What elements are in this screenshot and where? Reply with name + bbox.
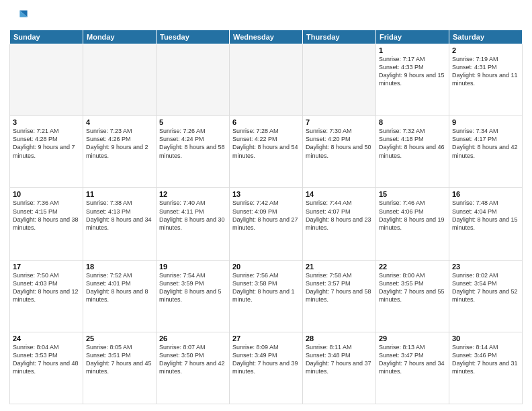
table-row <box>10 44 83 116</box>
weekday-header-row: Sunday Monday Tuesday Wednesday Thursday… <box>10 30 523 44</box>
table-row: 30Sunrise: 8:14 AMSunset: 3:46 PMDayligh… <box>449 332 523 404</box>
day-number: 28 <box>306 334 373 342</box>
day-info: Sunrise: 7:19 AMSunset: 4:31 PMDaylight:… <box>452 55 519 88</box>
header-sunday: Sunday <box>10 30 83 44</box>
table-row: 5Sunrise: 7:26 AMSunset: 4:24 PMDaylight… <box>157 116 230 188</box>
table-row: 9Sunrise: 7:34 AMSunset: 4:17 PMDaylight… <box>449 116 523 188</box>
table-row: 25Sunrise: 8:05 AMSunset: 3:51 PMDayligh… <box>83 332 157 404</box>
table-row: 27Sunrise: 8:09 AMSunset: 3:49 PMDayligh… <box>230 332 303 404</box>
day-number: 9 <box>452 118 519 126</box>
day-number: 17 <box>13 263 80 271</box>
header-friday: Friday <box>376 30 449 44</box>
day-number: 11 <box>86 190 153 198</box>
header-saturday: Saturday <box>449 30 523 44</box>
day-info: Sunrise: 7:40 AMSunset: 4:11 PMDaylight:… <box>159 199 226 232</box>
table-row: 16Sunrise: 7:48 AMSunset: 4:04 PMDayligh… <box>449 188 523 260</box>
day-info: Sunrise: 7:38 AMSunset: 4:13 PMDaylight:… <box>86 199 153 232</box>
day-info: Sunrise: 8:11 AMSunset: 3:48 PMDaylight:… <box>306 343 373 376</box>
day-number: 26 <box>159 334 226 342</box>
day-info: Sunrise: 7:34 AMSunset: 4:17 PMDaylight:… <box>452 127 519 160</box>
day-number: 8 <box>379 118 446 126</box>
table-row: 21Sunrise: 7:58 AMSunset: 3:57 PMDayligh… <box>303 260 376 332</box>
day-info: Sunrise: 7:56 AMSunset: 3:58 PMDaylight:… <box>232 271 300 304</box>
table-row: 11Sunrise: 7:38 AMSunset: 4:13 PMDayligh… <box>83 188 157 260</box>
table-row: 1Sunrise: 7:17 AMSunset: 4:33 PMDaylight… <box>376 44 449 116</box>
table-row: 20Sunrise: 7:56 AMSunset: 3:58 PMDayligh… <box>230 260 303 332</box>
table-row: 23Sunrise: 8:02 AMSunset: 3:54 PMDayligh… <box>449 260 523 332</box>
day-info: Sunrise: 7:26 AMSunset: 4:24 PMDaylight:… <box>159 127 226 160</box>
day-info: Sunrise: 7:21 AMSunset: 4:28 PMDaylight:… <box>13 127 80 160</box>
table-row: 10Sunrise: 7:36 AMSunset: 4:15 PMDayligh… <box>10 188 83 260</box>
day-number: 1 <box>379 46 446 54</box>
day-info: Sunrise: 8:07 AMSunset: 3:50 PMDaylight:… <box>159 343 226 376</box>
day-info: Sunrise: 7:23 AMSunset: 4:26 PMDaylight:… <box>86 127 153 160</box>
day-number: 12 <box>159 190 226 198</box>
day-number: 27 <box>232 334 300 342</box>
day-number: 19 <box>159 263 226 271</box>
calendar-row: 17Sunrise: 7:50 AMSunset: 4:03 PMDayligh… <box>10 260 523 332</box>
day-info: Sunrise: 8:13 AMSunset: 3:47 PMDaylight:… <box>379 343 446 376</box>
day-info: Sunrise: 8:02 AMSunset: 3:54 PMDaylight:… <box>452 271 519 304</box>
logo <box>9 7 31 26</box>
table-row: 28Sunrise: 8:11 AMSunset: 3:48 PMDayligh… <box>303 332 376 404</box>
table-row: 14Sunrise: 7:44 AMSunset: 4:07 PMDayligh… <box>303 188 376 260</box>
day-info: Sunrise: 7:54 AMSunset: 3:59 PMDaylight:… <box>159 271 226 304</box>
day-info: Sunrise: 7:52 AMSunset: 4:01 PMDaylight:… <box>86 271 153 304</box>
day-info: Sunrise: 7:17 AMSunset: 4:33 PMDaylight:… <box>379 55 446 88</box>
table-row: 22Sunrise: 8:00 AMSunset: 3:55 PMDayligh… <box>376 260 449 332</box>
day-number: 21 <box>306 263 373 271</box>
day-info: Sunrise: 7:32 AMSunset: 4:18 PMDaylight:… <box>379 127 446 160</box>
logo-icon <box>9 7 28 26</box>
header-thursday: Thursday <box>303 30 376 44</box>
day-info: Sunrise: 7:46 AMSunset: 4:06 PMDaylight:… <box>379 199 446 232</box>
calendar-table: Sunday Monday Tuesday Wednesday Thursday… <box>9 30 523 404</box>
day-info: Sunrise: 8:00 AMSunset: 3:55 PMDaylight:… <box>379 271 446 304</box>
day-number: 15 <box>379 190 446 198</box>
table-row: 29Sunrise: 8:13 AMSunset: 3:47 PMDayligh… <box>376 332 449 404</box>
table-row: 17Sunrise: 7:50 AMSunset: 4:03 PMDayligh… <box>10 260 83 332</box>
day-number: 7 <box>306 118 373 126</box>
table-row: 24Sunrise: 8:04 AMSunset: 3:53 PMDayligh… <box>10 332 83 404</box>
table-row: 26Sunrise: 8:07 AMSunset: 3:50 PMDayligh… <box>157 332 230 404</box>
page: Sunday Monday Tuesday Wednesday Thursday… <box>0 0 532 411</box>
header-wednesday: Wednesday <box>230 30 303 44</box>
table-row: 6Sunrise: 7:28 AMSunset: 4:22 PMDaylight… <box>230 116 303 188</box>
day-info: Sunrise: 8:04 AMSunset: 3:53 PMDaylight:… <box>13 343 80 376</box>
day-number: 22 <box>379 263 446 271</box>
day-number: 23 <box>452 263 519 271</box>
day-number: 24 <box>13 334 80 342</box>
day-number: 29 <box>379 334 446 342</box>
day-info: Sunrise: 8:05 AMSunset: 3:51 PMDaylight:… <box>86 343 153 376</box>
header <box>9 7 523 26</box>
day-number: 20 <box>232 263 300 271</box>
day-info: Sunrise: 7:36 AMSunset: 4:15 PMDaylight:… <box>13 199 80 232</box>
day-number: 6 <box>232 118 300 126</box>
day-number: 2 <box>452 46 519 54</box>
calendar-row: 24Sunrise: 8:04 AMSunset: 3:53 PMDayligh… <box>10 332 523 404</box>
table-row: 12Sunrise: 7:40 AMSunset: 4:11 PMDayligh… <box>157 188 230 260</box>
table-row: 15Sunrise: 7:46 AMSunset: 4:06 PMDayligh… <box>376 188 449 260</box>
day-number: 5 <box>159 118 226 126</box>
day-number: 16 <box>452 190 519 198</box>
table-row <box>157 44 230 116</box>
day-info: Sunrise: 7:42 AMSunset: 4:09 PMDaylight:… <box>232 199 300 232</box>
header-tuesday: Tuesday <box>157 30 230 44</box>
day-info: Sunrise: 7:28 AMSunset: 4:22 PMDaylight:… <box>232 127 300 160</box>
table-row: 8Sunrise: 7:32 AMSunset: 4:18 PMDaylight… <box>376 116 449 188</box>
table-row: 19Sunrise: 7:54 AMSunset: 3:59 PMDayligh… <box>157 260 230 332</box>
day-number: 30 <box>452 334 519 342</box>
table-row <box>303 44 376 116</box>
day-number: 3 <box>13 118 80 126</box>
table-row: 7Sunrise: 7:30 AMSunset: 4:20 PMDaylight… <box>303 116 376 188</box>
table-row <box>83 44 157 116</box>
calendar-row: 1Sunrise: 7:17 AMSunset: 4:33 PMDaylight… <box>10 44 523 116</box>
day-number: 4 <box>86 118 153 126</box>
day-number: 14 <box>306 190 373 198</box>
calendar-row: 10Sunrise: 7:36 AMSunset: 4:15 PMDayligh… <box>10 188 523 260</box>
table-row: 2Sunrise: 7:19 AMSunset: 4:31 PMDaylight… <box>449 44 523 116</box>
day-info: Sunrise: 7:48 AMSunset: 4:04 PMDaylight:… <box>452 199 519 232</box>
table-row: 3Sunrise: 7:21 AMSunset: 4:28 PMDaylight… <box>10 116 83 188</box>
table-row: 4Sunrise: 7:23 AMSunset: 4:26 PMDaylight… <box>83 116 157 188</box>
day-info: Sunrise: 7:50 AMSunset: 4:03 PMDaylight:… <box>13 271 80 304</box>
day-info: Sunrise: 7:58 AMSunset: 3:57 PMDaylight:… <box>306 271 373 304</box>
